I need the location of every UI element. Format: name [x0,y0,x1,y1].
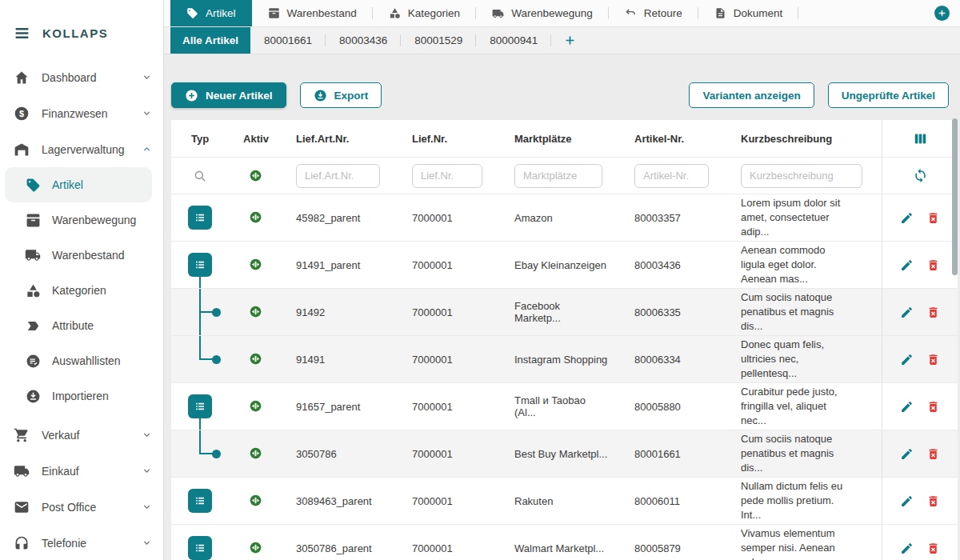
subtab-article-2[interactable]: 80003436 [326,27,401,54]
subtab-article-3[interactable]: 80001529 [401,27,476,54]
col-header-aktiv: Aktiv [229,120,283,157]
sidebar-item-finanzwesen[interactable]: $ Finanzwesen [0,95,163,131]
sidebar-item-lagerverwaltung[interactable]: Lagerverwaltung [0,131,163,167]
chevron-down-icon [142,108,152,118]
sidebar-item-warenbewegung[interactable]: Warenbestand [0,238,163,273]
active-filter-icon[interactable] [250,170,262,182]
unchecked-articles-button[interactable]: Ungeprüfte Artikel [828,82,949,108]
subtab-article-1[interactable]: 80001661 [250,27,326,54]
cell-marktplatz: Walmart Marketpl... [502,525,622,560]
label-arrow-icon [25,318,41,334]
column-settings-icon[interactable] [913,131,928,146]
sidebar-item-einkauf[interactable]: Einkauf [0,453,163,489]
add-tab-button[interactable] [934,6,950,21]
sidebar-item-attribute[interactable]: Attribute [0,308,163,343]
table-row[interactable]: 3089463_parent 7000001 Rakuten 80006011 … [171,478,958,525]
table-row[interactable]: 91657_parent 7000001 Tmall и Taobao (Al.… [171,383,958,430]
add-subtab-button[interactable] [551,27,589,54]
tab-warenbestand[interactable]: Warenbestand [252,0,373,26]
table-row[interactable]: 45982_parent 7000001 Amazon 80003357 Lor… [171,194,958,242]
variant-list-icon[interactable] [188,253,212,277]
download-circle-icon [314,89,327,102]
active-status-icon [250,306,262,318]
refresh-icon[interactable] [913,168,928,183]
tab-artikel[interactable]: Artikel [170,0,252,26]
category-shapes-icon [25,282,41,298]
cell-lief-art-nr: 91492 [283,289,399,335]
hamburger-menu-icon[interactable] [14,25,30,42]
toolbar: Neuer Artikel Export Varianten anzeigen … [171,82,950,108]
headset-icon [14,535,30,551]
sidebar-nav: Dashboard $ Finanzwesen Lagerverwaltung … [0,59,163,560]
delete-icon[interactable] [926,542,940,555]
tab-kategorien[interactable]: Kategorien [373,0,476,26]
vertical-scrollbar-thumb[interactable] [952,118,958,275]
table-row[interactable]: 3050786_parent 7000001 Walmart Marketpl.… [171,525,958,560]
tab-warenbewegung[interactable]: Warenbewegung [476,0,609,26]
filter-artikel-nr-input[interactable] [634,164,709,188]
edit-icon[interactable] [900,211,914,225]
cell-kurzbeschreibung: Nullam dictum felis eu pede mollis preti… [728,478,882,524]
subtab-alle-artikel[interactable]: Alle Artikel [170,27,250,54]
active-status-icon [250,211,262,224]
sidebar-item-telefonie[interactable]: Telefonie [0,525,163,560]
show-variants-button[interactable]: Varianten anzeigen [689,82,814,108]
new-article-button[interactable]: Neuer Artikel [171,82,286,108]
variant-list-icon[interactable] [188,206,212,230]
delete-icon[interactable] [926,211,940,225]
sidebar-item-importieren[interactable]: Importieren [0,378,163,414]
edit-icon[interactable] [900,447,914,461]
edit-icon[interactable] [900,258,914,272]
subtab-article-4[interactable]: 80000941 [476,27,551,54]
article-subtabbar: Alle Artikel 80001661 80003436 80001529 … [164,27,960,54]
cell-marktplatz: Best Buy Marketpl... [502,430,622,477]
tree-connector-dot [212,355,221,364]
cell-kurzbeschreibung: Cum sociis natoque penatibus et magnis d… [728,289,882,335]
sidebar-item-verkauf[interactable]: Verkauf [0,417,163,453]
variant-list-icon[interactable] [188,394,212,418]
variant-list-icon[interactable] [188,489,212,513]
table-row[interactable]: 91491 7000001 Instagram Shopping 8000633… [171,336,958,383]
sidebar-item-auswahllisten[interactable]: Auswahllisten [0,343,163,378]
edit-icon[interactable] [900,400,914,414]
delete-icon[interactable] [926,494,940,508]
filter-lief-nr-input[interactable] [412,164,482,188]
export-button[interactable]: Export [300,82,382,108]
table-row[interactable]: 3050786 7000001 Best Buy Marketpl... 800… [171,430,958,478]
delete-icon[interactable] [926,306,940,319]
search-icon[interactable] [193,169,207,183]
cell-marktplatz: Facebook Marketp... [502,289,622,335]
filter-lief-art-nr-input[interactable] [296,164,380,188]
list-circle-icon [25,353,41,369]
active-status-icon [250,400,262,413]
delete-icon[interactable] [926,400,940,414]
cell-lief-nr: 7000001 [399,525,502,560]
edit-icon[interactable] [900,306,914,319]
delete-icon[interactable] [926,258,940,272]
variant-list-icon[interactable] [188,536,212,560]
edit-icon[interactable] [900,353,914,366]
sidebar-item-kategorien[interactable]: Kategorien [0,273,163,308]
cell-kurzbeschreibung: Vivamus elementum semper nisi. Aenean vu… [728,525,882,560]
cell-kurzbeschreibung: Lorem ipsum dolor sit amet, consectetuer… [728,194,882,241]
toolbar-right: Varianten anzeigen Ungeprüfte Artikel [689,82,949,108]
sidebar-item-dashboard[interactable]: Dashboard [0,59,163,95]
truck-icon [25,247,41,263]
cell-lief-nr: 7000001 [399,336,502,382]
edit-icon[interactable] [900,494,914,508]
sidebar-item-warenbestand[interactable]: Warenbewegung [0,202,163,238]
table-row[interactable]: 91492 7000001 Facebook Marketp... 800063… [171,289,958,336]
sidebar-item-post-office[interactable]: Post Office [0,489,163,525]
cell-marktplatz: Instagram Shopping [502,336,622,382]
tab-dokument[interactable]: Dokument [698,0,799,26]
delete-icon[interactable] [926,447,940,461]
delete-icon[interactable] [926,353,940,366]
table-header-row: Typ Aktiv Lief.Art.Nr. Lief.Nr. Marktplä… [171,120,958,158]
edit-icon[interactable] [900,542,914,555]
filter-kurzbeschreibung-input[interactable] [741,164,862,188]
table-row[interactable]: 91491_parent 7000001 Ebay Kleinanzeigen … [171,242,958,289]
tab-retoure[interactable]: Retoure [609,0,698,26]
filter-marktplaetze-input[interactable] [514,164,602,188]
sidebar-item-artikel[interactable]: Artikel [5,167,152,202]
cell-kurzbeschreibung: Cum sociis natoque penatibus et magnis d… [728,430,882,477]
